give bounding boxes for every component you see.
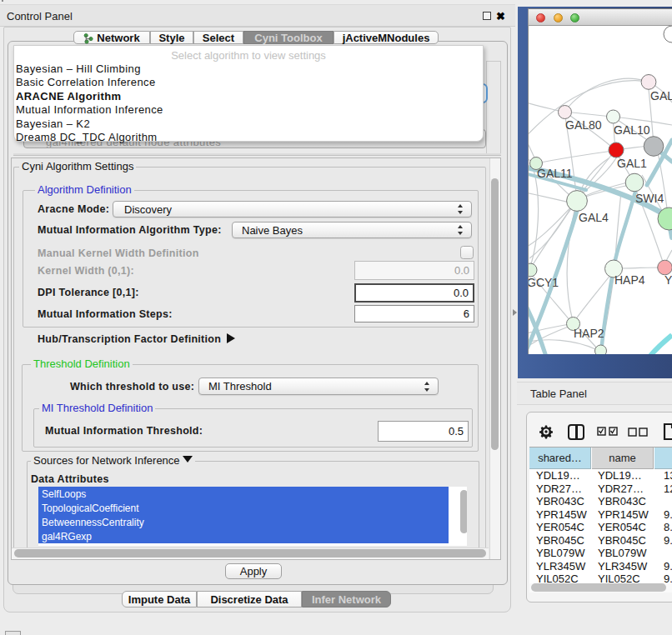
svg-text:GAL4: GAL4 [579, 211, 609, 224]
svg-text:SWI4: SWI4 [635, 192, 664, 205]
svg-text:GAL: GAL [650, 89, 672, 102]
svg-text:HAP2: HAP2 [574, 327, 604, 340]
svg-text:GAL11: GAL11 [537, 167, 573, 180]
svg-text:Y: Y [664, 273, 672, 287]
svg-text:GAL80: GAL80 [565, 118, 602, 132]
svg-text:HAP4: HAP4 [614, 273, 645, 287]
svg-text:GCY1: GCY1 [529, 276, 559, 289]
svg-text:GAL10: GAL10 [614, 123, 650, 137]
svg-text:GAL1: GAL1 [617, 157, 647, 170]
